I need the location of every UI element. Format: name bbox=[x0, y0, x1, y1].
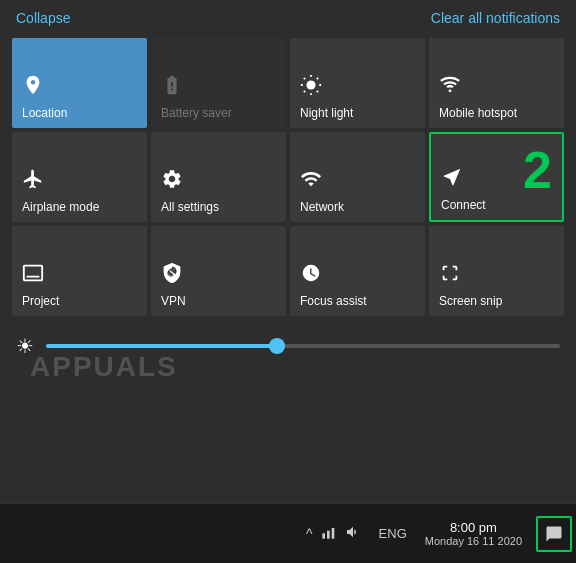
network-icon bbox=[300, 168, 322, 194]
night-light-icon bbox=[300, 74, 322, 100]
tile-all-settings[interactable]: All settings bbox=[151, 132, 286, 222]
network-label: Network bbox=[300, 200, 344, 214]
screen-snip-label: Screen snip bbox=[439, 294, 502, 308]
taskbar-system-icons: ^ bbox=[298, 520, 369, 547]
mobile-hotspot-label: Mobile hotspot bbox=[439, 106, 517, 120]
connect-label: Connect bbox=[441, 198, 486, 212]
clear-notifications-button[interactable]: Clear all notifications bbox=[431, 10, 560, 26]
focus-assist-label: Focus assist bbox=[300, 294, 367, 308]
tile-connect[interactable]: Connect 2 bbox=[429, 132, 564, 222]
tile-focus-assist[interactable]: Focus assist bbox=[290, 226, 425, 316]
project-icon bbox=[22, 262, 44, 288]
battery-saver-label: Battery saver bbox=[161, 106, 232, 120]
svg-rect-3 bbox=[331, 528, 334, 539]
taskbar-clock[interactable]: 8:00 pm Monday 16 11 2020 bbox=[417, 518, 530, 549]
svg-rect-1 bbox=[322, 533, 325, 538]
tile-airplane-mode[interactable]: Airplane mode bbox=[12, 132, 147, 222]
focus-assist-icon bbox=[300, 262, 322, 288]
language-indicator[interactable]: ENG bbox=[375, 524, 411, 543]
all-settings-icon bbox=[161, 168, 183, 194]
svg-rect-2 bbox=[327, 531, 330, 539]
volume-icon[interactable] bbox=[345, 524, 361, 543]
location-icon bbox=[22, 74, 44, 100]
taskbar: ^ ENG 8:00 pm Monday 16 11 2020 1 bbox=[0, 503, 576, 563]
tile-location[interactable]: Location bbox=[12, 38, 147, 128]
tile-project[interactable]: Project bbox=[12, 226, 147, 316]
chevron-up-icon[interactable]: ^ bbox=[306, 526, 313, 542]
battery-saver-icon bbox=[161, 74, 183, 100]
notification-button[interactable]: 1 bbox=[536, 516, 572, 552]
brightness-slider[interactable] bbox=[46, 344, 560, 348]
vpn-icon bbox=[161, 262, 183, 288]
watermark-text: APPUALS bbox=[30, 351, 178, 382]
tile-screen-snip[interactable]: Screen snip bbox=[429, 226, 564, 316]
collapse-button[interactable]: Collapse bbox=[16, 10, 70, 26]
connect-icon bbox=[441, 166, 463, 192]
project-label: Project bbox=[22, 294, 59, 308]
vpn-label: VPN bbox=[161, 294, 186, 308]
watermark: APPUALS bbox=[30, 351, 178, 383]
airplane-mode-icon bbox=[22, 168, 44, 194]
tile-network[interactable]: Network bbox=[290, 132, 425, 222]
mobile-hotspot-icon bbox=[439, 74, 461, 100]
tile-mobile-hotspot[interactable]: Mobile hotspot bbox=[429, 38, 564, 128]
ac-header: Collapse Clear all notifications bbox=[0, 0, 576, 34]
brightness-fill bbox=[46, 344, 277, 348]
action-center: Collapse Clear all notifications Locatio… bbox=[0, 0, 576, 503]
taskbar-right: ^ ENG 8:00 pm Monday 16 11 2020 1 bbox=[298, 516, 572, 552]
tile-battery-saver[interactable]: Battery saver bbox=[151, 38, 286, 128]
brightness-thumb[interactable] bbox=[269, 338, 285, 354]
tiles-grid: Location Battery saver Night light Mobil… bbox=[0, 34, 576, 320]
step-2-badge: 2 bbox=[523, 144, 552, 196]
tile-night-light[interactable]: Night light bbox=[290, 38, 425, 128]
svg-point-0 bbox=[306, 80, 315, 89]
airplane-mode-label: Airplane mode bbox=[22, 200, 99, 214]
all-settings-label: All settings bbox=[161, 200, 219, 214]
screen-snip-icon bbox=[439, 262, 461, 288]
night-light-label: Night light bbox=[300, 106, 353, 120]
tile-vpn[interactable]: VPN bbox=[151, 226, 286, 316]
taskbar-time: 8:00 pm bbox=[425, 520, 522, 535]
network-taskbar-icon[interactable] bbox=[321, 524, 337, 543]
location-label: Location bbox=[22, 106, 67, 120]
taskbar-date: Monday 16 11 2020 bbox=[425, 535, 522, 547]
